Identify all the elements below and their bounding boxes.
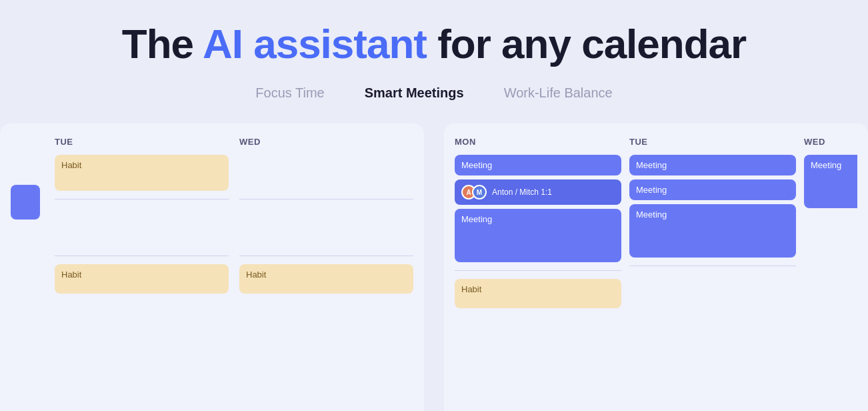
left-wed-habit-bottom: Habit xyxy=(239,264,413,294)
left-wed-label: WED xyxy=(239,137,413,147)
left-side-accent xyxy=(11,137,44,294)
hero-title: The AI assistant for any calendar xyxy=(122,21,746,67)
right-mon-label: MON xyxy=(455,137,621,147)
left-wed-col: WED Habit xyxy=(239,137,413,294)
side-blue-block xyxy=(11,185,40,220)
left-calendar-panel: TUE Habit Habit WED Habit xyxy=(0,123,424,411)
hero-title-highlight: AI assistant xyxy=(203,21,427,67)
right-wed-label: WED xyxy=(804,137,857,147)
tabs-row: Focus Time Smart Meetings Work-Life Bala… xyxy=(255,85,612,103)
left-tue-divider xyxy=(55,199,229,199)
right-calendar-grid: MON Meeting A M Anton / Mitch 1:1 Meetin… xyxy=(455,137,857,308)
right-tue-label: TUE xyxy=(629,137,796,147)
calendars-section: TUE Habit Habit WED Habit xyxy=(0,123,868,411)
avatar-mitch: M xyxy=(472,185,487,199)
avatars-group: A M xyxy=(461,185,487,199)
right-mon-habit: Habit xyxy=(455,279,621,308)
hero-title-part1: The xyxy=(122,21,203,67)
left-tue-label: TUE xyxy=(55,137,229,147)
left-tue-col: TUE Habit Habit xyxy=(55,137,229,294)
left-tue-divider2 xyxy=(55,256,229,256)
tab-smart-meetings[interactable]: Smart Meetings xyxy=(365,85,464,103)
right-mon-meeting-avatars: A M Anton / Mitch 1:1 xyxy=(455,179,621,205)
right-tue-divider xyxy=(629,266,796,266)
left-wed-divider xyxy=(239,199,413,199)
right-wed-meeting: Meeting xyxy=(804,155,857,208)
tab-focus-time[interactable]: Focus Time xyxy=(255,85,324,103)
hero-title-part2: for any calendar xyxy=(437,21,746,67)
tab-work-life-balance[interactable]: Work-Life Balance xyxy=(504,85,613,103)
right-mon-divider xyxy=(455,270,621,271)
left-tue-habit-bottom: Habit xyxy=(55,264,229,294)
right-tue-meeting3: Meeting xyxy=(629,204,796,258)
right-mon-meeting3: Meeting xyxy=(455,209,621,262)
right-mon-meeting1: Meeting xyxy=(455,155,621,175)
left-calendar-grid: TUE Habit Habit WED Habit xyxy=(11,137,413,294)
page-wrapper: The AI assistant for any calendar Focus … xyxy=(0,0,868,411)
left-wed-divider2 xyxy=(239,256,413,256)
right-tue-meeting2: Meeting xyxy=(629,179,796,200)
right-tue-meeting1: Meeting xyxy=(629,155,796,175)
right-mon-col: MON Meeting A M Anton / Mitch 1:1 Meetin… xyxy=(455,137,621,308)
left-tue-habit: Habit xyxy=(55,155,229,191)
right-wed-col: WED Meeting xyxy=(804,137,857,308)
right-mon-meeting-name: Anton / Mitch 1:1 xyxy=(492,187,552,197)
right-calendar-panel: MON Meeting A M Anton / Mitch 1:1 Meetin… xyxy=(444,123,868,411)
right-tue-col: TUE Meeting Meeting Meeting xyxy=(629,137,796,308)
